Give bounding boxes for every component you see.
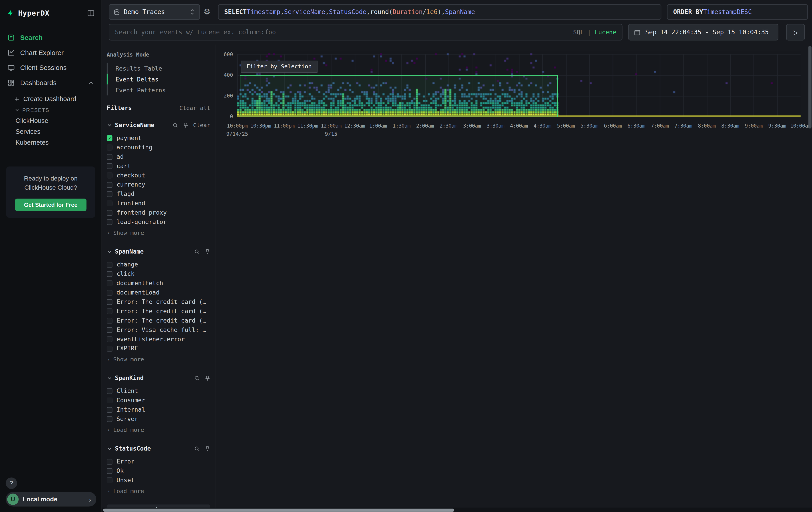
search-input[interactable]: [109, 24, 622, 41]
checkbox-icon[interactable]: [107, 271, 113, 277]
checkbox-icon[interactable]: [107, 200, 113, 206]
filter-value-row[interactable]: currency: [107, 180, 210, 189]
show-more-button[interactable]: ›Show more: [107, 227, 210, 238]
facet-header-spankind[interactable]: SpanKind: [107, 373, 210, 383]
sidebar-collapse-icon[interactable]: [87, 9, 95, 17]
checkbox-icon[interactable]: [107, 290, 113, 295]
facet-header-statuscode[interactable]: StatusCode: [107, 444, 210, 453]
horizontal-scrollbar-thumb[interactable]: [103, 509, 454, 512]
facet-pin-icon[interactable]: [205, 375, 210, 381]
filter-value-row[interactable]: Client: [107, 386, 210, 396]
filter-value-row[interactable]: flagd: [107, 189, 210, 198]
checkbox-icon[interactable]: [107, 262, 113, 267]
checkbox-icon[interactable]: [107, 459, 113, 464]
filter-value-row[interactable]: documentLoad: [107, 288, 210, 297]
facet-pin-icon[interactable]: [183, 122, 188, 128]
checkbox-icon[interactable]: [107, 468, 113, 474]
sidebar-item-client-sessions[interactable]: Client Sessions: [0, 60, 102, 75]
filter-value-row[interactable]: Error: [107, 457, 210, 466]
filter-value-row[interactable]: ✓payment: [107, 133, 210, 143]
facet-pin-icon[interactable]: [205, 446, 210, 452]
analysis-mode-event-deltas[interactable]: Event Deltas: [107, 74, 210, 85]
checkbox-icon[interactable]: [107, 280, 113, 286]
lucene-toggle[interactable]: Lucene: [595, 28, 616, 36]
date-range-picker[interactable]: Sep 14 22:04:35 - Sep 15 10:04:35: [628, 24, 778, 41]
facet-search-icon[interactable]: [194, 375, 200, 381]
filter-value-row[interactable]: eventListener.error: [107, 334, 210, 344]
get-started-button[interactable]: Get Started for Free: [15, 198, 86, 211]
facet-pin-icon[interactable]: [205, 249, 210, 254]
sidebar-item-kubernetes[interactable]: Kubernetes: [0, 137, 102, 148]
filter-value-row[interactable]: Error: The credit card (…: [107, 297, 210, 306]
checkbox-icon[interactable]: [107, 299, 113, 305]
checkbox-icon[interactable]: [107, 327, 113, 332]
checkbox-icon[interactable]: [107, 416, 113, 422]
filter-value-row[interactable]: frontend: [107, 198, 210, 208]
sidebar-item-chart-explorer[interactable]: Chart Explorer: [0, 45, 102, 60]
filter-value-row[interactable]: change: [107, 260, 210, 269]
filter-value-row[interactable]: Consumer: [107, 396, 210, 405]
filter-value-row[interactable]: checkout: [107, 170, 210, 180]
filter-value-row[interactable]: cart: [107, 161, 210, 170]
facet-search-icon[interactable]: [172, 122, 178, 128]
checkbox-icon[interactable]: [107, 163, 113, 169]
presets-toggle[interactable]: PRESETS: [0, 105, 102, 115]
create-dashboard-button[interactable]: Create Dashboard: [0, 93, 102, 105]
filter-by-selection-button[interactable]: Filter by Selection: [241, 61, 317, 73]
checkbox-checked-icon[interactable]: ✓: [107, 135, 113, 141]
facet-header-spanname[interactable]: SpanName: [107, 247, 210, 256]
checkbox-icon[interactable]: [107, 477, 113, 483]
filter-value-row[interactable]: Error: Visa cache full: …: [107, 325, 210, 334]
sidebar-item-services[interactable]: Services: [0, 126, 102, 137]
local-mode-menu[interactable]: U Local mode ›: [6, 492, 96, 507]
vertical-scrollbar-thumb[interactable]: [808, 46, 812, 129]
sql-select-field[interactable]: SELECT Timestamp, ServiceName, StatusCod…: [218, 4, 662, 20]
clear-all-button[interactable]: Clear all: [179, 104, 210, 111]
source-select[interactable]: Demo Traces: [109, 4, 200, 20]
filter-value-row[interactable]: Error: The credit card (…: [107, 306, 210, 316]
checkbox-icon[interactable]: [107, 144, 113, 150]
checkbox-icon[interactable]: [107, 346, 113, 351]
filter-value-row[interactable]: frontend-proxy: [107, 208, 210, 217]
order-by-field[interactable]: ORDER BY Timestamp DESC: [667, 4, 808, 20]
checkbox-icon[interactable]: [107, 397, 113, 403]
filter-value-row[interactable]: load-generator: [107, 217, 210, 226]
checkbox-icon[interactable]: [107, 172, 113, 178]
filter-value-row[interactable]: click: [107, 269, 210, 278]
checkbox-icon[interactable]: [107, 210, 113, 215]
gear-icon[interactable]: ⚙: [203, 7, 210, 17]
load-more-button[interactable]: ›Load more: [107, 425, 210, 435]
facet-clear-button[interactable]: Clear: [193, 122, 210, 128]
facet-header-servicename[interactable]: ServiceNameClear: [107, 120, 210, 130]
show-more-button[interactable]: ›Show more: [107, 354, 210, 365]
filter-value-row[interactable]: EXPIRE: [107, 344, 210, 353]
checkbox-icon[interactable]: [107, 182, 113, 187]
filter-value-row[interactable]: Unset: [107, 476, 210, 485]
filter-value-row[interactable]: Internal: [107, 405, 210, 414]
filter-value-row[interactable]: Error: The credit card (…: [107, 316, 210, 325]
filter-value-row[interactable]: ad: [107, 152, 210, 161]
load-more-button[interactable]: ›Load more: [107, 486, 210, 496]
run-query-button[interactable]: ▷: [786, 24, 805, 41]
checkbox-icon[interactable]: [107, 154, 113, 160]
checkbox-icon[interactable]: [107, 407, 113, 412]
filter-value-row[interactable]: documentFetch: [107, 278, 210, 288]
chevron-up-icon[interactable]: [88, 79, 94, 86]
help-button[interactable]: ?: [6, 478, 17, 489]
analysis-mode-event-patterns[interactable]: Event Patterns: [107, 85, 210, 96]
sql-toggle[interactable]: SQL: [573, 28, 584, 36]
facet-search-icon[interactable]: [194, 249, 200, 254]
checkbox-icon[interactable]: [107, 308, 113, 314]
filter-value-row[interactable]: Server: [107, 414, 210, 424]
checkbox-icon[interactable]: [107, 191, 113, 197]
checkbox-icon[interactable]: [107, 388, 113, 394]
filter-value-row[interactable]: Ok: [107, 466, 210, 476]
facet-search-icon[interactable]: [194, 446, 200, 452]
sidebar-item-dashboards[interactable]: Dashboards: [0, 75, 102, 90]
filter-value-row[interactable]: accounting: [107, 143, 210, 152]
sidebar-item-clickhouse[interactable]: ClickHouse: [0, 115, 102, 126]
checkbox-icon[interactable]: [107, 318, 113, 323]
checkbox-icon[interactable]: [107, 336, 113, 342]
sidebar-item-search[interactable]: Search: [0, 30, 102, 45]
chart-selection-region[interactable]: [240, 75, 558, 117]
